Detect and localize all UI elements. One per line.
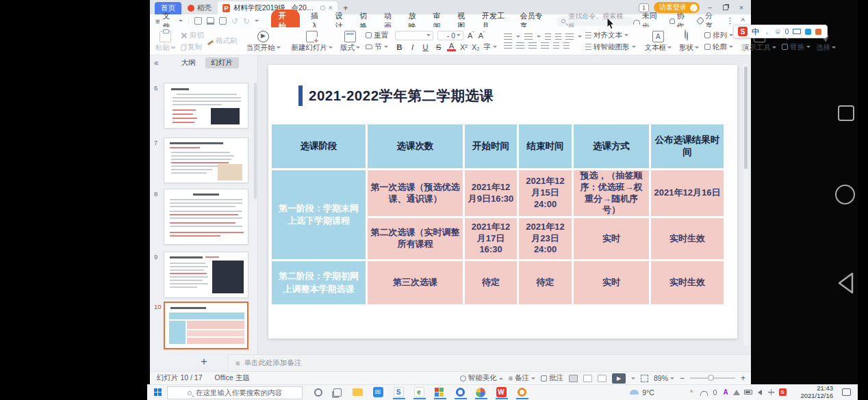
tray-volume-icon[interactable]: [755, 385, 765, 399]
section-button[interactable]: 节: [366, 42, 388, 52]
tab-outline[interactable]: 大纲: [181, 58, 196, 68]
layout-button[interactable]: 版式: [338, 31, 362, 52]
print-icon[interactable]: [207, 17, 214, 25]
arrange-button[interactable]: 排列: [704, 31, 733, 40]
tab-slides[interactable]: 幻灯片: [205, 57, 240, 68]
canvas-scrollbar-thumb[interactable]: [744, 66, 748, 169]
taskbar-app-wps[interactable]: W: [494, 385, 509, 399]
taskbar-app-photo[interactable]: [473, 385, 488, 399]
char-format-button[interactable]: 字: [484, 42, 498, 52]
font-size-select[interactable]: - 0: [437, 31, 463, 40]
taskbar-clock[interactable]: 21:43 2021/12/16: [791, 385, 833, 399]
italic-button[interactable]: I: [408, 43, 417, 51]
print-preview-icon[interactable]: [219, 17, 227, 25]
slide-thumbnail-7[interactable]: [164, 137, 248, 183]
panel-scrollbar[interactable]: [254, 83, 257, 199]
quick-access-chevron-icon[interactable]: [255, 20, 259, 22]
format-painter-button[interactable]: 格式刷: [207, 36, 238, 46]
textbox-button[interactable]: A 文本框: [643, 31, 674, 52]
outline-button[interactable]: 轮廓: [704, 42, 733, 52]
align-right-icon[interactable]: [528, 42, 537, 49]
slide-thumbnail-9[interactable]: [164, 252, 248, 298]
slide-thumbnail-6[interactable]: [164, 83, 248, 129]
strikethrough-button[interactable]: S: [434, 43, 443, 51]
font-family-select[interactable]: [395, 31, 433, 40]
line-spacing-icon[interactable]: [565, 34, 574, 40]
slide-title-block[interactable]: 2021-2022学年第二学期选课: [298, 85, 494, 106]
align-left-icon[interactable]: [504, 42, 512, 49]
course-selection-table[interactable]: 选课阶段 选课次数 开始时间 结束时间 选课方式 公布选课结果时间 第一阶段：学…: [272, 124, 724, 304]
slideshow-play-button[interactable]: ▶: [612, 373, 626, 384]
tray-battery-icon[interactable]: [743, 385, 754, 399]
tray-cross-icon[interactable]: [766, 385, 776, 399]
shapes-button[interactable]: 形状: [677, 31, 701, 52]
play-current-button[interactable]: ▶ 当页开始: [244, 31, 283, 52]
ime-punctuation-icon[interactable]: ，: [763, 28, 770, 35]
ime-toolbox-icon[interactable]: [815, 29, 821, 35]
ime-logo-icon[interactable]: S: [738, 27, 748, 36]
taskbar-app-mail[interactable]: ✉: [370, 385, 385, 399]
ime-mode-toggle[interactable]: 中: [752, 27, 759, 37]
task-view-button[interactable]: [331, 385, 344, 399]
tray-expand-button[interactable]: ^: [687, 385, 696, 399]
underline-button[interactable]: U: [421, 43, 430, 51]
tray-ime-icon[interactable]: A: [721, 385, 730, 399]
slide-thumbnail-10-selected[interactable]: [164, 302, 248, 349]
android-home-button[interactable]: [835, 185, 855, 204]
slide-10-canvas[interactable]: 2021-2022学年第二学期选课 选课阶段 选课次数 开始时间 结束时间 选课…: [268, 65, 737, 338]
save-icon[interactable]: [194, 17, 202, 25]
tray-network-icon[interactable]: [732, 385, 741, 399]
android-back-button[interactable]: [836, 271, 856, 295]
ime-emoji-icon[interactable]: ☺: [774, 28, 781, 35]
replace-button[interactable]: 替换: [782, 42, 810, 52]
paste-button[interactable]: 粘贴: [153, 31, 177, 52]
new-slide-button[interactable]: 新建幻灯片: [290, 31, 335, 52]
weather-widget[interactable]: 9°C: [624, 385, 661, 399]
command-search-input[interactable]: 查找命令、搜索模板: [557, 16, 633, 26]
distribute-icon[interactable]: [553, 42, 559, 49]
align-center-icon[interactable]: [516, 42, 524, 49]
comment-button[interactable]: 批注: [541, 373, 563, 383]
collapse-panel-button[interactable]: «: [150, 58, 163, 68]
subscript-button[interactable]: X₂: [472, 43, 480, 51]
reading-view-button[interactable]: [598, 375, 607, 382]
notes-bar[interactable]: ≡ 单击此处添加备注: [228, 354, 751, 371]
columns-icon[interactable]: [563, 42, 570, 49]
numbering-icon[interactable]: [524, 34, 533, 40]
font-color-button[interactable]: A: [447, 42, 456, 51]
taskbar-app-s[interactable]: S: [391, 385, 406, 399]
taskbar-app-bluecircle[interactable]: [452, 385, 468, 399]
zoom-out-button[interactable]: −: [680, 374, 685, 382]
slide-sorter-view-button[interactable]: [583, 375, 592, 382]
justify-icon[interactable]: [541, 42, 549, 49]
ime-clipboard-icon[interactable]: [805, 29, 811, 35]
bold-button[interactable]: B: [395, 43, 404, 51]
ime-keyboard-icon[interactable]: [793, 29, 801, 34]
increase-indent-icon[interactable]: [555, 34, 561, 40]
cut-button[interactable]: 剪切: [181, 31, 204, 40]
collapse-ribbon-icon[interactable]: ^: [741, 17, 745, 25]
canvas-scrollbar[interactable]: [743, 64, 748, 345]
theme-name[interactable]: Office 主题: [215, 373, 250, 383]
taskbar-app-orange[interactable]: [514, 385, 529, 399]
taskbar-search-input[interactable]: 在这里输入你要搜索的内容: [167, 386, 303, 399]
action-center-button[interactable]: [840, 385, 852, 399]
to-smartart-button[interactable]: 转智能图形: [585, 42, 636, 52]
undo-icon[interactable]: ↺: [231, 17, 238, 25]
normal-view-button[interactable]: [569, 375, 578, 382]
ime-toolbar[interactable]: S 中 ， ☺: [733, 25, 828, 38]
notes-toggle-button[interactable]: ≡ 备注: [509, 373, 535, 383]
decrease-font-icon[interactable]: Aˇ: [478, 31, 485, 40]
zoom-slider-handle[interactable]: [708, 375, 714, 381]
zoom-level[interactable]: 89%: [654, 374, 674, 382]
taskbar-app-explorer[interactable]: [350, 385, 365, 399]
tray-cloud-icon[interactable]: [699, 385, 709, 399]
smart-beautify-button[interactable]: 智能美化: [460, 373, 503, 383]
increase-font-icon[interactable]: Aˆ: [468, 31, 474, 40]
more-options-icon[interactable]: ⋮: [726, 16, 734, 25]
copy-button[interactable]: 复制: [181, 42, 204, 52]
ime-mic-icon[interactable]: [785, 29, 789, 34]
align-text-button[interactable]: 对齐文本: [585, 31, 636, 40]
android-recents-button[interactable]: [838, 105, 854, 121]
decrease-indent-icon[interactable]: [545, 34, 551, 40]
